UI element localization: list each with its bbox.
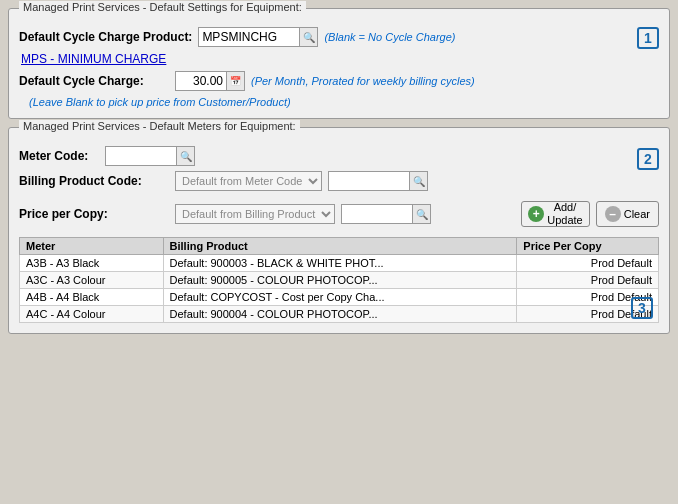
cell-price: Prod Default	[517, 272, 659, 289]
table-row[interactable]: A3C - A3 Colour Default: 900005 - COLOUR…	[20, 272, 659, 289]
cell-price: Prod Default	[517, 255, 659, 272]
meter-table: Meter Billing Product Price Per Copy A3B…	[19, 237, 659, 323]
add-update-button[interactable]: + Add/Update	[521, 201, 589, 227]
cell-meter: A3B - A3 Black	[20, 255, 164, 272]
cell-billing-product: Default: 900003 - BLACK & WHITE PHOT...	[163, 255, 517, 272]
price-row: Price per Copy: Default from Billing Pro…	[19, 201, 659, 227]
default-cycle-charge-label: Default Cycle Charge:	[19, 74, 169, 88]
cell-meter: A4B - A4 Black	[20, 289, 164, 306]
meter-code-label: Meter Code:	[19, 149, 99, 163]
add-update-label: Add/Update	[547, 201, 582, 227]
billing-product-code-search-btn[interactable]: 🔍	[409, 172, 427, 190]
clear-label: Clear	[624, 208, 650, 220]
cycle-charge-product-search-btn[interactable]: 🔍	[299, 28, 317, 46]
mps-min-charge-link[interactable]: MPS - MINIMUM CHARGE	[21, 52, 166, 66]
meter-code-search-btn[interactable]: 🔍	[176, 147, 194, 165]
col-billing-product: Billing Product	[163, 238, 517, 255]
col-meter: Meter	[20, 238, 164, 255]
section1-legend: Managed Print Services - Default Setting…	[19, 1, 306, 13]
cell-meter: A4C - A4 Colour	[20, 306, 164, 323]
billing-product-code-input-wrapper: 🔍	[328, 171, 428, 191]
meter-code-input[interactable]	[106, 147, 176, 165]
price-per-copy-label: Price per Copy:	[19, 207, 169, 221]
cycle-charge-calendar-btn[interactable]: 📅	[226, 72, 244, 90]
table-row[interactable]: A4B - A4 Black Default: COPYCOST - Cost …	[20, 289, 659, 306]
meter-table-wrapper: Meter Billing Product Price Per Copy A3B…	[19, 237, 659, 323]
section2-badge3: 3	[631, 297, 653, 319]
section1-badge: 1	[637, 27, 659, 49]
cell-billing-product: Default: 900005 - COLOUR PHOTOCOP...	[163, 272, 517, 289]
cycle-charge-product-input-wrapper: 🔍	[198, 27, 318, 47]
meter-code-input-wrapper: 🔍	[105, 146, 195, 166]
price-per-copy-dropdown[interactable]: Default from Billing Product	[175, 204, 335, 224]
section2-badge: 2	[637, 148, 659, 170]
clear-minus-icon: –	[605, 206, 621, 222]
table-row[interactable]: A3B - A3 Black Default: 900003 - BLACK &…	[20, 255, 659, 272]
cell-meter: A3C - A3 Colour	[20, 272, 164, 289]
clear-button[interactable]: – Clear	[596, 201, 659, 227]
cycle-charge-number-wrapper: 📅	[175, 71, 245, 91]
price-per-copy-search-btn[interactable]: 🔍	[412, 205, 430, 223]
cycle-charge-hint: (Blank = No Cycle Charge)	[324, 31, 455, 43]
cycle-charge-blank-hint: (Leave Blank to pick up price from Custo…	[19, 96, 629, 108]
cell-billing-product: Default: 900004 - COLOUR PHOTOCOP...	[163, 306, 517, 323]
section2-box: Managed Print Services - Default Meters …	[8, 127, 670, 334]
cycle-charge-number-input[interactable]	[176, 72, 226, 90]
section1-box: Managed Print Services - Default Setting…	[8, 8, 670, 119]
billing-product-dropdown[interactable]: Default from Meter Code	[175, 171, 322, 191]
col-price-per-copy: Price Per Copy	[517, 238, 659, 255]
section2-legend: Managed Print Services - Default Meters …	[19, 120, 300, 132]
cycle-charge-product-input[interactable]	[199, 28, 299, 46]
billing-product-code-input[interactable]	[329, 172, 409, 190]
add-update-plus-icon: +	[528, 206, 544, 222]
cycle-charge-product-label: Default Cycle Charge Product:	[19, 30, 192, 44]
table-row[interactable]: A4C - A4 Colour Default: 900004 - COLOUR…	[20, 306, 659, 323]
billing-product-code-label: Billing Product Code:	[19, 174, 169, 188]
price-per-copy-input-wrapper: 🔍	[341, 204, 431, 224]
cycle-charge-period-hint: (Per Month, Prorated for weekly billing …	[251, 75, 475, 87]
price-per-copy-input[interactable]	[342, 205, 412, 223]
cell-billing-product: Default: COPYCOST - Cost per Copy Cha...	[163, 289, 517, 306]
